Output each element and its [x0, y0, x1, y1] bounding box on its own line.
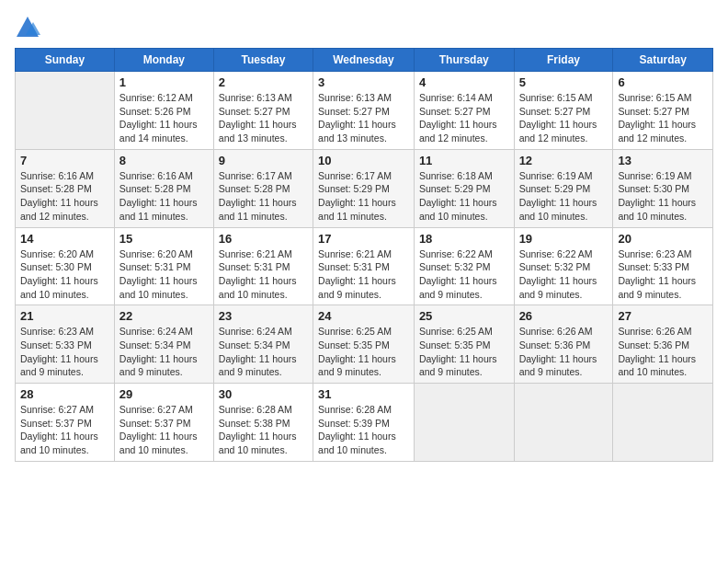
day-number: 3	[318, 75, 409, 89]
day-number: 27	[618, 309, 708, 323]
calendar-cell: 31 Sunrise: 6:28 AM Sunset: 5:39 PM Dayl…	[313, 384, 415, 462]
day-number: 23	[219, 309, 308, 323]
page-container: SundayMondayTuesdayWednesdayThursdayFrid…	[0, 0, 728, 469]
day-number: 7	[20, 154, 109, 167]
day-number: 18	[419, 232, 509, 246]
day-number: 22	[119, 309, 209, 323]
calendar-cell: 6 Sunrise: 6:15 AM Sunset: 5:27 PM Dayli…	[613, 72, 713, 150]
calendar-cell: 19 Sunrise: 6:22 AM Sunset: 5:32 PM Dayl…	[514, 227, 613, 305]
calendar-cell: 17 Sunrise: 6:21 AM Sunset: 5:31 PM Dayl…	[313, 227, 415, 305]
calendar-cell	[514, 384, 613, 462]
day-number: 2	[219, 75, 308, 89]
weekday-header-row: SundayMondayTuesdayWednesdayThursdayFrid…	[16, 49, 713, 72]
calendar-cell: 14 Sunrise: 6:20 AM Sunset: 5:30 PM Dayl…	[16, 227, 115, 305]
calendar-cell: 21 Sunrise: 6:23 AM Sunset: 5:33 PM Dayl…	[16, 305, 115, 384]
calendar-cell: 13 Sunrise: 6:19 AM Sunset: 5:30 PM Dayl…	[613, 149, 713, 227]
day-info: Sunrise: 6:25 AM Sunset: 5:35 PM Dayligh…	[318, 325, 409, 379]
day-number: 9	[219, 154, 308, 167]
day-number: 26	[519, 309, 609, 323]
day-info: Sunrise: 6:16 AM Sunset: 5:28 PM Dayligh…	[20, 169, 109, 224]
day-info: Sunrise: 6:28 AM Sunset: 5:39 PM Dayligh…	[318, 403, 409, 457]
day-number: 11	[419, 154, 509, 167]
calendar-table: SundayMondayTuesdayWednesdayThursdayFrid…	[15, 48, 713, 462]
day-info: Sunrise: 6:22 AM Sunset: 5:32 PM Dayligh…	[419, 247, 509, 302]
calendar-cell	[16, 72, 115, 150]
weekday-header: Wednesday	[313, 49, 415, 72]
day-number: 17	[318, 232, 409, 246]
logo-icon	[15, 15, 40, 40]
day-number: 28	[20, 387, 109, 401]
day-info: Sunrise: 6:20 AM Sunset: 5:31 PM Dayligh…	[119, 247, 209, 302]
day-number: 13	[618, 154, 708, 167]
calendar-cell: 25 Sunrise: 6:25 AM Sunset: 5:35 PM Dayl…	[414, 305, 514, 384]
calendar-week-row: 1 Sunrise: 6:12 AM Sunset: 5:26 PM Dayli…	[16, 72, 713, 150]
weekday-header: Tuesday	[213, 49, 313, 72]
day-info: Sunrise: 6:12 AM Sunset: 5:26 PM Dayligh…	[119, 91, 209, 145]
day-number: 6	[618, 75, 708, 89]
calendar-cell: 24 Sunrise: 6:25 AM Sunset: 5:35 PM Dayl…	[313, 305, 415, 384]
calendar-cell: 1 Sunrise: 6:12 AM Sunset: 5:26 PM Dayli…	[114, 72, 213, 150]
day-info: Sunrise: 6:13 AM Sunset: 5:27 PM Dayligh…	[318, 91, 409, 145]
day-number: 24	[318, 309, 409, 323]
calendar-cell: 12 Sunrise: 6:19 AM Sunset: 5:29 PM Dayl…	[514, 149, 613, 227]
day-info: Sunrise: 6:15 AM Sunset: 5:27 PM Dayligh…	[519, 91, 609, 145]
header	[15, 15, 713, 40]
day-number: 14	[20, 232, 109, 246]
day-info: Sunrise: 6:26 AM Sunset: 5:36 PM Dayligh…	[618, 325, 708, 379]
day-info: Sunrise: 6:22 AM Sunset: 5:32 PM Dayligh…	[519, 247, 609, 302]
calendar-cell: 5 Sunrise: 6:15 AM Sunset: 5:27 PM Dayli…	[514, 72, 613, 150]
day-number: 19	[519, 232, 609, 246]
weekday-header: Thursday	[414, 49, 514, 72]
day-info: Sunrise: 6:17 AM Sunset: 5:28 PM Dayligh…	[219, 169, 308, 224]
day-number: 25	[419, 309, 509, 323]
logo	[15, 15, 44, 40]
day-info: Sunrise: 6:27 AM Sunset: 5:37 PM Dayligh…	[119, 403, 209, 457]
calendar-cell: 29 Sunrise: 6:27 AM Sunset: 5:37 PM Dayl…	[114, 384, 213, 462]
calendar-cell: 2 Sunrise: 6:13 AM Sunset: 5:27 PM Dayli…	[213, 72, 313, 150]
day-number: 12	[519, 154, 609, 167]
calendar-cell	[414, 384, 514, 462]
day-info: Sunrise: 6:24 AM Sunset: 5:34 PM Dayligh…	[219, 325, 308, 379]
day-info: Sunrise: 6:24 AM Sunset: 5:34 PM Dayligh…	[119, 325, 209, 379]
day-number: 29	[119, 387, 209, 401]
day-number: 10	[318, 154, 409, 167]
day-number: 15	[119, 232, 209, 246]
calendar-week-row: 21 Sunrise: 6:23 AM Sunset: 5:33 PM Dayl…	[16, 305, 713, 384]
calendar-cell: 9 Sunrise: 6:17 AM Sunset: 5:28 PM Dayli…	[213, 149, 313, 227]
calendar-cell: 30 Sunrise: 6:28 AM Sunset: 5:38 PM Dayl…	[213, 384, 313, 462]
day-info: Sunrise: 6:19 AM Sunset: 5:29 PM Dayligh…	[519, 169, 609, 224]
calendar-cell: 20 Sunrise: 6:23 AM Sunset: 5:33 PM Dayl…	[613, 227, 713, 305]
day-info: Sunrise: 6:19 AM Sunset: 5:30 PM Dayligh…	[618, 169, 708, 224]
calendar-cell: 22 Sunrise: 6:24 AM Sunset: 5:34 PM Dayl…	[114, 305, 213, 384]
day-info: Sunrise: 6:28 AM Sunset: 5:38 PM Dayligh…	[219, 403, 308, 457]
day-number: 20	[618, 232, 708, 246]
day-number: 1	[119, 75, 209, 89]
day-info: Sunrise: 6:23 AM Sunset: 5:33 PM Dayligh…	[20, 325, 109, 379]
day-info: Sunrise: 6:25 AM Sunset: 5:35 PM Dayligh…	[419, 325, 509, 379]
day-info: Sunrise: 6:18 AM Sunset: 5:29 PM Dayligh…	[419, 169, 509, 224]
calendar-cell: 28 Sunrise: 6:27 AM Sunset: 5:37 PM Dayl…	[16, 384, 115, 462]
calendar-cell: 11 Sunrise: 6:18 AM Sunset: 5:29 PM Dayl…	[414, 149, 514, 227]
day-number: 31	[318, 387, 409, 401]
day-number: 4	[419, 75, 509, 89]
day-info: Sunrise: 6:16 AM Sunset: 5:28 PM Dayligh…	[119, 169, 209, 224]
day-number: 21	[20, 309, 109, 323]
calendar-cell: 8 Sunrise: 6:16 AM Sunset: 5:28 PM Dayli…	[114, 149, 213, 227]
day-info: Sunrise: 6:20 AM Sunset: 5:30 PM Dayligh…	[20, 247, 109, 302]
day-info: Sunrise: 6:15 AM Sunset: 5:27 PM Dayligh…	[618, 91, 708, 145]
day-number: 30	[219, 387, 308, 401]
calendar-cell: 26 Sunrise: 6:26 AM Sunset: 5:36 PM Dayl…	[514, 305, 613, 384]
calendar-cell	[613, 384, 713, 462]
day-info: Sunrise: 6:14 AM Sunset: 5:27 PM Dayligh…	[419, 91, 509, 145]
day-info: Sunrise: 6:17 AM Sunset: 5:29 PM Dayligh…	[318, 169, 409, 224]
calendar-week-row: 7 Sunrise: 6:16 AM Sunset: 5:28 PM Dayli…	[16, 149, 713, 227]
calendar-cell: 27 Sunrise: 6:26 AM Sunset: 5:36 PM Dayl…	[613, 305, 713, 384]
day-info: Sunrise: 6:21 AM Sunset: 5:31 PM Dayligh…	[219, 247, 308, 302]
weekday-header: Friday	[514, 49, 613, 72]
calendar-cell: 23 Sunrise: 6:24 AM Sunset: 5:34 PM Dayl…	[213, 305, 313, 384]
calendar-cell: 4 Sunrise: 6:14 AM Sunset: 5:27 PM Dayli…	[414, 72, 514, 150]
calendar-cell: 10 Sunrise: 6:17 AM Sunset: 5:29 PM Dayl…	[313, 149, 415, 227]
calendar-cell: 7 Sunrise: 6:16 AM Sunset: 5:28 PM Dayli…	[16, 149, 115, 227]
calendar-cell: 3 Sunrise: 6:13 AM Sunset: 5:27 PM Dayli…	[313, 72, 415, 150]
weekday-header: Saturday	[613, 49, 713, 72]
